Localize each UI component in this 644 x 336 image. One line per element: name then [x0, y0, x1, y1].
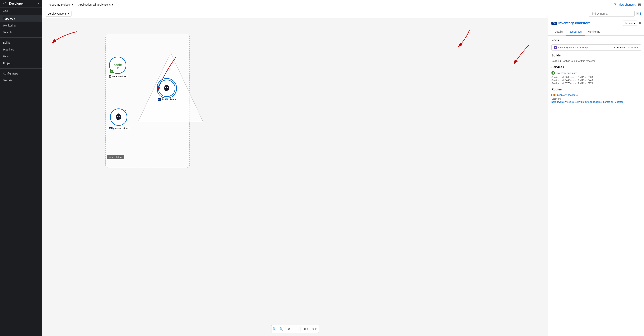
sidebar-item-builds[interactable]: Builds	[0, 39, 42, 46]
route-url[interactable]: http://inventory-coolstore-my-project8.a…	[552, 101, 641, 103]
sidebar-item-config-maps[interactable]: Config Maps	[0, 70, 42, 77]
route-url-link[interactable]: http://inventory-coolstore-my-project8.a…	[552, 101, 624, 103]
node-gateway[interactable]: ↗ DC gatewa...lstore	[107, 108, 130, 130]
svg-point-12	[166, 88, 166, 88]
find-by-name-input[interactable]	[588, 11, 634, 17]
pod-p-badge: P	[554, 46, 557, 49]
svc-port-2: 8443-tcp	[565, 79, 574, 82]
sidebar-item-helm[interactable]: Helm	[0, 53, 42, 60]
actions-button[interactable]: Actions ▾	[623, 21, 638, 26]
sidebar-item-topology[interactable]: Topology	[0, 15, 42, 22]
rp-title[interactable]: inventory-coolstore	[558, 21, 622, 25]
application-selector[interactable]: Application: all applications ▾	[77, 2, 114, 7]
zoom-out-icon: 🔍−	[280, 327, 285, 331]
external-link-icon-inventory[interactable]: ↗	[172, 81, 174, 83]
reset-view-button[interactable]: ✕	[286, 326, 292, 332]
main-content: Project: my-project8 ▾ Application: all …	[42, 0, 644, 336]
quarkus-svg-gateway	[114, 112, 124, 122]
group2-button[interactable]: ⚙ 2	[311, 327, 318, 331]
topbar: Project: my-project8 ▾ Application: all …	[42, 0, 644, 9]
group2-label: 2	[315, 327, 317, 330]
sidebar-item-project[interactable]: Project	[0, 60, 42, 67]
pod-item: P inventory-coolstore-4-6prpk ↻ Running …	[552, 44, 641, 51]
svg-point-8	[120, 116, 120, 117]
pods-section-title: Pods	[552, 39, 641, 42]
zoom-in-button[interactable]: 🔍+	[272, 326, 278, 332]
application-label: Application: all applications	[78, 3, 110, 6]
actions-label: Actions	[625, 22, 633, 25]
arrow-pod	[494, 43, 537, 66]
success-badge-web: ✓	[110, 70, 113, 73]
arrow-resources	[435, 28, 474, 51]
topology-canvas[interactable]: node .js ↗ ✓ D web-coolstore	[42, 18, 548, 336]
sidebar-item-search[interactable]: Search	[0, 29, 42, 36]
right-panel-header: DC inventory-coolstore Actions ▾ ×	[548, 18, 644, 28]
service-ports: Service port: 8080-tcp → Pod Port: 8080 …	[552, 76, 641, 85]
sidebar-item-secrets[interactable]: Secrets	[0, 77, 42, 84]
info-icon[interactable]: ℹ	[640, 12, 641, 16]
rp-dc-badge: DC	[552, 22, 557, 25]
fit-view-button[interactable]: ⊡	[293, 326, 299, 332]
tab-monitoring[interactable]: Monitoring	[585, 28, 603, 36]
pod-status-text: Running	[617, 46, 626, 49]
group2-icon: ⚙	[312, 327, 314, 330]
tab-details[interactable]: Details	[552, 28, 566, 36]
toolbar-divider	[300, 326, 301, 331]
view-shortcuts-link[interactable]: ❓ View shortcuts	[614, 3, 636, 6]
route-item: RT inventory-coolstore Location: http://…	[552, 93, 641, 103]
display-options-label: Display Options	[48, 12, 66, 15]
sidebar-expand-icon[interactable]: ▾	[38, 2, 39, 5]
location-label: Location:	[552, 98, 561, 100]
pod-name[interactable]: inventory-coolstore-4-6prpk	[558, 46, 612, 49]
grid-icon[interactable]: ⊞	[638, 3, 641, 7]
view-logs-link[interactable]: View logs	[628, 46, 638, 49]
coolstore-group-label: A coolstore	[107, 155, 124, 159]
builds-empty-message: No Build Configs found for this resource…	[552, 60, 641, 62]
right-panel: DC inventory-coolstore Actions ▾ × Detai…	[548, 18, 644, 336]
builds-section: Builds No Build Configs found for this r…	[552, 54, 641, 62]
builds-section-title: Builds	[552, 54, 641, 57]
sidebar-item-pipelines[interactable]: Pipelines	[0, 46, 42, 53]
route-location: Location:	[552, 98, 641, 100]
close-button[interactable]: ×	[639, 21, 641, 25]
pod-port-2: 8443	[588, 79, 593, 82]
services-section-title: Services	[552, 65, 641, 69]
node-gateway-circle[interactable]: ↗	[110, 108, 127, 126]
external-link-icon-gateway[interactable]: ↗	[124, 110, 126, 112]
node-inventory[interactable]: ↗ DC invent...lstore	[156, 80, 177, 101]
a-badge-label: A	[109, 156, 111, 158]
node-inventory-name: invent...lstore	[162, 98, 176, 101]
sidebar-item-monitoring[interactable]: Monitoring	[0, 22, 42, 29]
group1-icon: ⚙	[304, 327, 306, 330]
zoom-out-button[interactable]: 🔍−	[279, 326, 285, 332]
sidebar-divider-2	[0, 68, 42, 69]
view-shortcuts-label: View shortcuts	[618, 3, 636, 6]
arrow-topology	[42, 28, 80, 47]
pods-section: Pods P inventory-coolstore-4-6prpk ↻ Run…	[552, 39, 641, 51]
project-selector[interactable]: Project: my-project8 ▾	[45, 2, 74, 7]
tab-resources[interactable]: Resources	[566, 28, 585, 36]
fit-icon: ⊡	[295, 327, 297, 331]
node-web-coolstore-name: web-coolstore	[112, 75, 126, 78]
node-web-coolstore[interactable]: node .js ↗ ✓ D web-coolstore	[107, 57, 128, 78]
check-icon: ✓	[111, 70, 112, 73]
display-options-button[interactable]: Display Options ▾	[45, 11, 72, 17]
zoom-in-icon: 🔍+	[272, 327, 278, 331]
service-name-row: S inventory-coolstore	[552, 71, 641, 75]
svg-text:node: node	[114, 63, 122, 67]
service-name[interactable]: inventory-coolstore	[556, 72, 577, 75]
sidebar: </> Developer ▾ +Add Topology Monitoring…	[0, 0, 42, 336]
svg-text:.js: .js	[116, 67, 119, 69]
svc-port-1: 8080-tcp	[565, 76, 574, 79]
external-link-icon-web[interactable]: ↗	[124, 58, 125, 60]
application-dropdown-icon[interactable]: ▾	[112, 3, 113, 6]
svc-port-3: 8778-tcp	[565, 82, 574, 85]
right-panel-tabs: Details Resources Monitoring	[548, 28, 644, 36]
group1-button[interactable]: ⚙ 1	[302, 327, 310, 331]
project-dropdown-icon[interactable]: ▾	[72, 3, 73, 6]
route-name[interactable]: inventory-coolstore	[556, 93, 578, 96]
project-label: Project: my-project8	[47, 3, 70, 6]
add-button[interactable]: +Add	[0, 8, 42, 15]
node-inventory-circle[interactable]: ↗	[158, 80, 176, 97]
route-rt-badge: RT	[552, 94, 556, 96]
